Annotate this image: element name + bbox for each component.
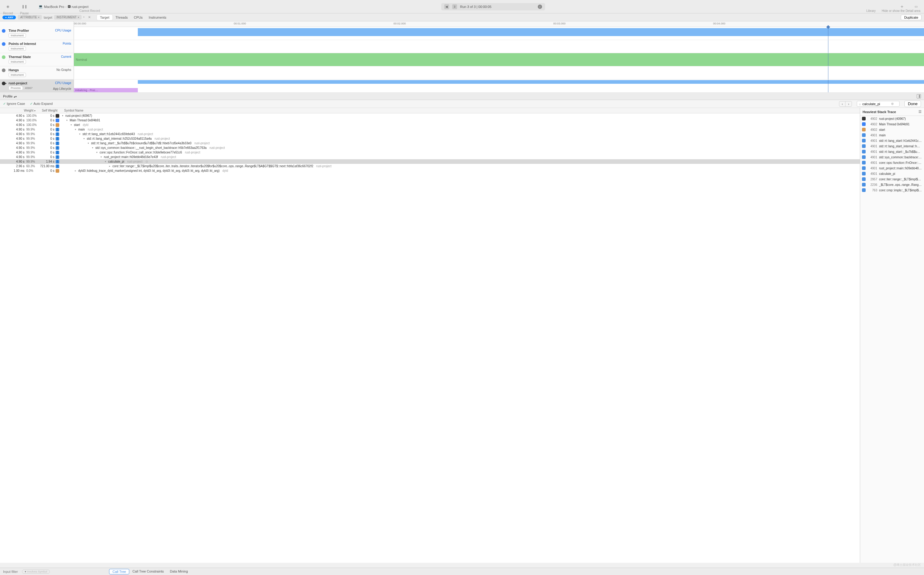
nav-prev-button[interactable]: ‹ — [839, 102, 846, 106]
ruler-tick: 00:00.000 — [74, 22, 86, 25]
track-body[interactable] — [74, 40, 924, 53]
tree-row[interactable]: 1.00 ms 0.0% 0 s ▸ dyld3::kdebug_trace_d… — [0, 168, 860, 173]
symbol-name: core::iter::range::_$LT$impl$u20$core..i… — [113, 164, 313, 168]
row-icon: 👤 — [55, 155, 59, 159]
row-icon — [55, 169, 59, 173]
disclosure-icon[interactable]: ▾ — [65, 119, 68, 122]
tree-row[interactable]: 4.90 s 100.0% 0 s ▾ start dyld — [0, 122, 860, 127]
track-body[interactable]: Initializing - Proc… — [74, 79, 924, 92]
col-self-weight[interactable]: Self Weight — [38, 109, 60, 112]
prev-run-icon[interactable]: ◀ — [444, 4, 449, 9]
instrument-dropdown[interactable]: INSTRUMENT ▾ — [54, 15, 82, 19]
view-tab-target[interactable]: Target — [97, 15, 113, 20]
detail-hint-label: Hide or show the Detail area — [882, 9, 920, 13]
tree-row[interactable]: 4.90 s 99.9% 0 s 👤 ▾ std::sys_common::ba… — [0, 146, 860, 150]
symbol-name: rust_project::main::h09ebb48d16e7e43f — [104, 155, 158, 159]
disclosure-icon[interactable]: ▾ — [74, 128, 77, 131]
disclosure-icon[interactable]: ▾ — [78, 133, 81, 135]
stack-row[interactable]: 2236 _$LT$core..ops..range..Range… — [860, 182, 924, 187]
run-status-pill[interactable]: ◀ 3 Run 3 of 3 | 00:00:05 i — [441, 3, 545, 10]
disclosure-icon[interactable]: ▾ — [104, 160, 107, 163]
auto-expand-toggle[interactable]: ✓ Auto Expand — [30, 102, 52, 106]
track-row[interactable]: Thermal State Instrument Current Nominal — [0, 53, 924, 66]
breadcrumb[interactable]: 💻 MacBook Pro › ▪ rust-project — [38, 5, 89, 9]
clear-filter-icon[interactable]: ✕ — [86, 15, 93, 19]
clear-search-icon[interactable]: ⊗ — [891, 102, 894, 106]
disclosure-icon[interactable]: ▸ — [74, 169, 77, 172]
row-icon: 👤 — [55, 151, 59, 154]
view-tab-instruments[interactable]: Instruments — [146, 15, 169, 20]
done-button[interactable]: Done — [905, 100, 921, 107]
disclosure-icon[interactable]: ▾ — [70, 124, 73, 126]
tree-row[interactable]: 2.96 s 60.3% 721.00 ms 👤 ▸ core::iter::r… — [0, 164, 860, 168]
stack-row[interactable]: 4901 std::sys_common::backtrace::… — [860, 154, 924, 160]
symbol-name: std::sys_common::backtrace::__rust_begin… — [95, 146, 206, 149]
track-row[interactable]: ▸ rust-project Process 40967 CPU Usage A… — [0, 79, 924, 93]
disclosure-icon[interactable]: ▾ — [91, 146, 94, 149]
stack-row[interactable]: 4901 calculate_pi — [860, 171, 924, 176]
view-tab-threads[interactable]: Threads — [113, 15, 131, 20]
record-button[interactable]: ◉ — [4, 2, 12, 11]
tree-header: Weight ▾ Self Weight Symbol Name — [0, 108, 860, 113]
disclosure-icon[interactable]: ▸ — [5, 82, 7, 85]
time-ruler[interactable]: 00:00.00000:01.00000:02.00000:03.00000:0… — [74, 21, 924, 27]
track-pill: Process — [9, 86, 23, 90]
tree-row[interactable]: 4.90 s 99.9% 0 s 👤 ▾ main rust-project — [0, 127, 860, 132]
stack-row[interactable]: 4901 std::rt::lang_start::h1eb2441c… — [860, 138, 924, 143]
stack-row[interactable]: 4901 std::rt::lang_start_internal::h… — [860, 143, 924, 149]
disclosure-icon[interactable]: ▾ — [95, 151, 98, 154]
ruler-tick: 00:02.000 — [393, 22, 406, 25]
info-icon[interactable]: i — [538, 5, 542, 9]
stack-row[interactable]: 4901 rust_project::main::h09ebb48… — [860, 165, 924, 171]
tree-row[interactable]: 4.90 s 99.9% 0 s 👤 ▾ rust_project::main:… — [0, 155, 860, 159]
track-row[interactable]: Points of Interest Instrument Points — [0, 40, 924, 53]
sidebar-toggle-icon[interactable] — [917, 94, 921, 98]
stack-row[interactable]: 4902 Main Thread 0x6f4b91 — [860, 121, 924, 127]
stack-row[interactable]: 4902 start — [860, 127, 924, 132]
disclosure-icon[interactable]: ▾ — [100, 156, 103, 158]
disclosure-icon[interactable]: ▾ — [61, 114, 64, 117]
stack-icon — [862, 122, 865, 126]
tree-row[interactable]: 4.90 s 99.9% 0 s 👤 ▾ core::ops::function… — [0, 150, 860, 155]
row-icon: 👤 — [55, 141, 59, 145]
tree-row[interactable]: 4.90 s 100.0% 0 s ▾ rust-project (40967) — [0, 113, 860, 118]
ignore-case-toggle[interactable]: ✓ Ignore Case — [3, 102, 25, 106]
any-filter-pill[interactable]: ▼ ANY — [2, 16, 16, 19]
stack-row[interactable]: 2957 core::iter::range::_$LT$impl$… — [860, 176, 924, 182]
focus-icon[interactable]: ⊙ — [146, 160, 148, 163]
tree-row[interactable]: 4.90 s 99.9% 1.94 s 👤 ▾ calculate_pi rus… — [0, 159, 860, 164]
symbol-search-input[interactable] — [862, 102, 890, 106]
track-icon — [2, 29, 5, 33]
stack-count: 4901 — [867, 156, 877, 159]
attribute-dropdown[interactable]: ATTRIBUTE ▾ — [18, 15, 42, 19]
tree-row[interactable]: 4.90 s 99.9% 0 s 👤 ▾ std::rt::lang_start… — [0, 132, 860, 137]
stack-count: 2957 — [867, 178, 877, 181]
symbol-name: Main Thread 0x6f4b91 — [70, 119, 100, 122]
tree-row[interactable]: 4.90 s 100.0% 0 s ▾ Main Thread 0x6f4b91 — [0, 118, 860, 122]
nav-next-button[interactable]: › — [845, 102, 851, 106]
track-body[interactable] — [74, 66, 924, 79]
stack-row[interactable]: 4902 rust-project (40967) — [860, 116, 924, 121]
stack-row[interactable]: 4901 main — [860, 132, 924, 138]
col-weight[interactable]: Weight ▾ — [0, 109, 38, 112]
disclosure-icon[interactable]: ▾ — [82, 137, 86, 140]
disclosure-icon[interactable]: ▾ — [87, 142, 90, 145]
stack-settings-icon[interactable]: ☰ — [919, 110, 922, 114]
track-row[interactable]: Time Profiler Instrument CPU Usage — [0, 27, 924, 40]
tree-row[interactable]: 4.90 s 99.9% 0 s 👤 ▾ std::rt::lang_start… — [0, 137, 860, 141]
track-body[interactable] — [74, 27, 924, 40]
track-body[interactable]: Nominal — [74, 53, 924, 66]
tree-row[interactable]: 4.90 s 99.9% 0 s 👤 ▾ std::rt::lang_start… — [0, 141, 860, 146]
stack-row[interactable]: 4901 core::ops::function::FnOnce::… — [860, 160, 924, 165]
pause-button[interactable]: ❚❚ — [20, 2, 29, 11]
col-symbol[interactable]: Symbol Name — [60, 109, 860, 112]
duplicate-button[interactable]: Duplicate — [901, 15, 922, 20]
profile-dropdown[interactable]: Profile▴▾ — [3, 94, 17, 98]
view-tab-cpus[interactable]: CPUs — [131, 15, 146, 20]
disclosure-icon[interactable]: ▸ — [108, 165, 111, 167]
track-row[interactable]: Hangs Instrument No Graphs — [0, 66, 924, 79]
stack-row[interactable]: 763 core::cmp::impls::_$LT$impl$… — [860, 187, 924, 193]
stack-header: Heaviest Stack Trace ☰ — [860, 108, 924, 116]
track-metric: CPU Usage — [55, 81, 71, 85]
stack-row[interactable]: 4901 std::rt::lang_start::_$u7b$$u… — [860, 149, 924, 154]
